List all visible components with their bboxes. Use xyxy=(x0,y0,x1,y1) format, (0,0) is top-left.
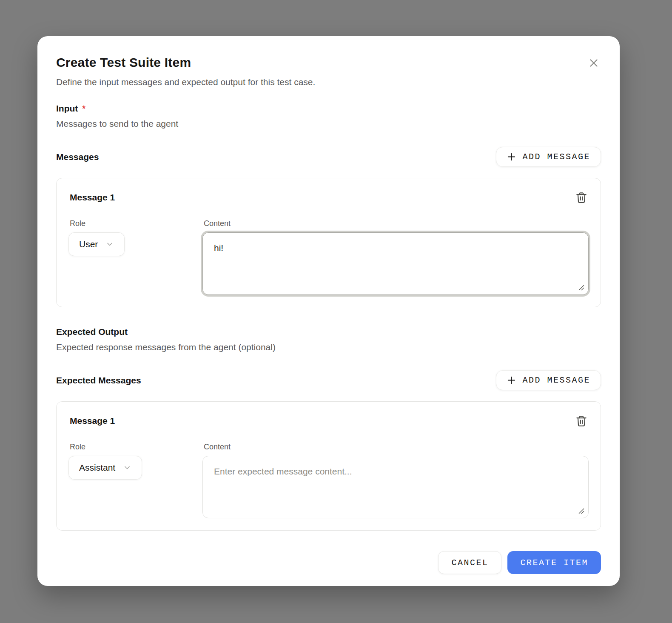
dialog-subtitle: Define the input messages and expected o… xyxy=(56,76,601,88)
input-role-select[interactable]: User xyxy=(68,232,125,256)
content-label: Content xyxy=(204,443,589,452)
role-select-value: User xyxy=(79,239,98,249)
plus-icon xyxy=(507,375,516,385)
message-title: Message 1 xyxy=(70,415,115,426)
cancel-button[interactable]: CANCEL xyxy=(438,551,501,574)
chevron-down-icon xyxy=(123,463,131,472)
expected-output-label: Expected Output xyxy=(56,326,128,338)
expected-output-description: Expected response messages from the agen… xyxy=(56,341,601,353)
trash-icon xyxy=(575,191,588,204)
dialog-title: Create Test Suite Item xyxy=(56,55,601,70)
close-icon xyxy=(587,57,600,69)
input-section-description: Messages to send to the agent xyxy=(56,118,601,130)
message-title: Message 1 xyxy=(70,192,115,203)
input-message-content-textarea[interactable]: hi! xyxy=(202,232,589,295)
add-expected-message-button[interactable]: ADD MESSAGE xyxy=(496,370,601,390)
role-label: Role xyxy=(70,219,202,228)
expected-messages-heading: Expected Messages xyxy=(56,375,141,386)
expected-role-select[interactable]: Assistant xyxy=(68,456,142,480)
chevron-down-icon xyxy=(105,240,114,249)
required-asterisk: * xyxy=(82,103,85,114)
role-label: Role xyxy=(70,443,202,452)
expected-message-card: Message 1 Role Assistant xyxy=(56,401,601,531)
messages-heading: Messages xyxy=(56,152,99,162)
trash-icon xyxy=(575,414,588,427)
role-select-value: Assistant xyxy=(79,463,115,473)
add-input-message-button[interactable]: ADD MESSAGE xyxy=(496,147,601,167)
expected-message-content-textarea[interactable] xyxy=(202,456,589,518)
create-item-button[interactable]: CREATE ITEM xyxy=(507,551,601,574)
content-label: Content xyxy=(204,219,589,228)
plus-icon xyxy=(507,152,516,162)
add-message-label: ADD MESSAGE xyxy=(522,152,590,162)
input-section-label: Input xyxy=(56,103,78,114)
delete-input-message-button[interactable] xyxy=(574,190,589,205)
input-message-card: Message 1 Role User xyxy=(56,178,601,307)
add-message-label: ADD MESSAGE xyxy=(522,375,590,385)
create-test-suite-item-dialog: Create Test Suite Item Define the input … xyxy=(37,36,620,586)
delete-expected-message-button[interactable] xyxy=(574,414,589,428)
close-button[interactable] xyxy=(587,56,601,70)
